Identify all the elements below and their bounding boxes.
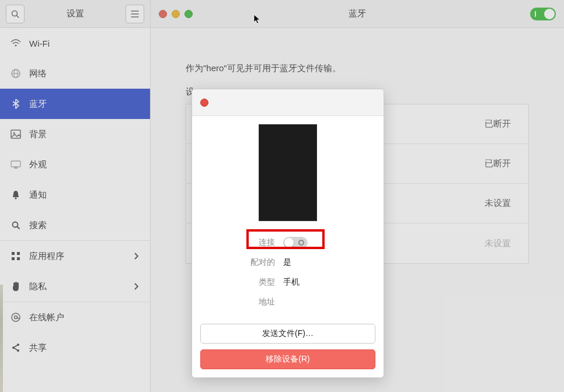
svg-rect-19 — [17, 257, 20, 260]
svg-rect-12 — [14, 167, 18, 169]
address-label: 地址 — [192, 297, 283, 307]
connect-toggle[interactable] — [283, 237, 308, 249]
modal-body: 连接 配对的 是 类型 手机 地址 — [192, 116, 384, 312]
sidebar-item-privacy[interactable]: 隐私 — [0, 271, 150, 302]
send-file-button[interactable]: 发送文件(F)… — [200, 324, 375, 344]
svg-point-5 — [15, 45, 17, 47]
svg-line-15 — [18, 227, 20, 229]
prop-row-paired: 配对的 是 — [192, 253, 384, 272]
hamburger-icon — [131, 10, 139, 18]
remove-device-label: 移除设备(R) — [266, 354, 309, 365]
apps-icon — [11, 251, 21, 261]
sidebar-title: 设置 — [25, 8, 126, 19]
paired-label: 配对的 — [192, 257, 283, 268]
device-status: 已断开 — [485, 118, 511, 130]
sidebar-item-label: 外观 — [29, 159, 47, 170]
svg-line-26 — [15, 348, 18, 350]
prop-row-type: 类型 手机 — [192, 272, 384, 292]
sidebar-item-label: Wi-Fi — [29, 38, 50, 48]
modal-header — [192, 89, 384, 116]
sidebar-item-network[interactable]: 网络 — [0, 58, 150, 89]
globe-icon — [11, 68, 21, 79]
sidebar-item-applications[interactable]: 应用程序 — [0, 241, 150, 271]
svg-point-13 — [15, 197, 16, 199]
device-status: 未设置 — [485, 198, 511, 209]
paired-value: 是 — [283, 257, 291, 268]
hand-icon — [11, 281, 21, 292]
sidebar-item-bluetooth[interactable]: 蓝牙 — [0, 89, 150, 119]
device-properties: 连接 配对的 是 类型 手机 地址 — [192, 233, 384, 312]
device-status: 未设置 — [485, 238, 511, 249]
visibility-text: 作为"hero"可见并可用于蓝牙文件传输。 — [186, 63, 341, 74]
chevron-right-icon — [134, 253, 138, 260]
modal-actions: 发送文件(F)… 移除设备(R) — [200, 324, 375, 369]
page-title: 蓝牙 — [151, 8, 564, 19]
svg-point-20 — [12, 313, 20, 321]
bell-icon — [11, 190, 21, 200]
at-icon — [11, 312, 21, 323]
svg-line-25 — [15, 345, 18, 347]
wifi-icon — [11, 39, 21, 47]
remove-device-button[interactable]: 移除设备(R) — [200, 349, 375, 369]
sidebar-item-notifications[interactable]: 通知 — [0, 180, 150, 210]
sidebar-item-label: 通知 — [29, 190, 47, 201]
modal-close-icon[interactable] — [200, 99, 208, 107]
sidebar-item-online-accounts[interactable]: 在线帐户 — [0, 302, 150, 332]
main-header: 蓝牙 — [151, 0, 564, 28]
window-minimize-icon[interactable] — [172, 10, 180, 18]
chevron-right-icon — [134, 283, 138, 290]
sidebar-item-label: 在线帐户 — [29, 312, 64, 323]
wallpaper-edge — [0, 285, 3, 392]
sidebar-item-label: 蓝牙 — [29, 99, 47, 110]
sidebar-item-label: 网络 — [29, 68, 47, 79]
sidebar-item-sharing[interactable]: 共享 — [0, 332, 150, 363]
window-controls — [159, 10, 193, 18]
connect-label: 连接 — [192, 237, 283, 248]
menu-button[interactable] — [126, 5, 144, 23]
sidebar-item-label: 背景 — [29, 129, 47, 140]
search-icon — [11, 220, 21, 230]
appearance-icon — [11, 160, 21, 169]
image-icon — [11, 130, 21, 139]
bluetooth-icon — [11, 99, 21, 109]
window-maximize-icon[interactable] — [184, 10, 193, 18]
type-value: 手机 — [283, 277, 300, 288]
sidebar-item-label: 搜索 — [29, 220, 47, 231]
prop-row-connect: 连接 — [192, 233, 384, 253]
cursor-icon — [253, 14, 262, 24]
search-button[interactable] — [6, 5, 25, 23]
device-status: 已断开 — [485, 158, 511, 169]
svg-rect-9 — [11, 130, 20, 138]
svg-rect-11 — [11, 161, 20, 167]
prop-row-address: 地址 — [192, 292, 384, 312]
svg-rect-16 — [12, 252, 15, 255]
device-details-modal: 连接 配对的 是 类型 手机 地址 发 — [192, 89, 384, 378]
sidebar-item-background[interactable]: 背景 — [0, 119, 150, 149]
svg-point-21 — [15, 316, 18, 319]
share-icon — [11, 343, 21, 352]
sidebar: Wi-Fi 网络 蓝牙 背景 外观 通知 搜索 — [0, 28, 151, 392]
send-file-label: 发送文件(F)… — [262, 328, 314, 339]
svg-rect-18 — [12, 257, 15, 260]
sidebar-item-label: 共享 — [29, 342, 47, 354]
device-image — [259, 124, 317, 221]
sidebar-item-label: 应用程序 — [29, 251, 64, 262]
svg-rect-17 — [17, 252, 20, 255]
sidebar-item-search[interactable]: 搜索 — [0, 210, 150, 240]
svg-line-1 — [17, 15, 19, 18]
bluetooth-toggle[interactable] — [530, 8, 556, 20]
sidebar-header: 设置 — [0, 0, 151, 28]
sidebar-item-wifi[interactable]: Wi-Fi — [0, 28, 150, 58]
sidebar-item-label: 隐私 — [29, 281, 47, 292]
window-close-icon[interactable] — [159, 10, 167, 18]
sidebar-item-appearance[interactable]: 外观 — [0, 149, 150, 180]
type-label: 类型 — [192, 277, 283, 288]
search-icon — [11, 9, 20, 19]
